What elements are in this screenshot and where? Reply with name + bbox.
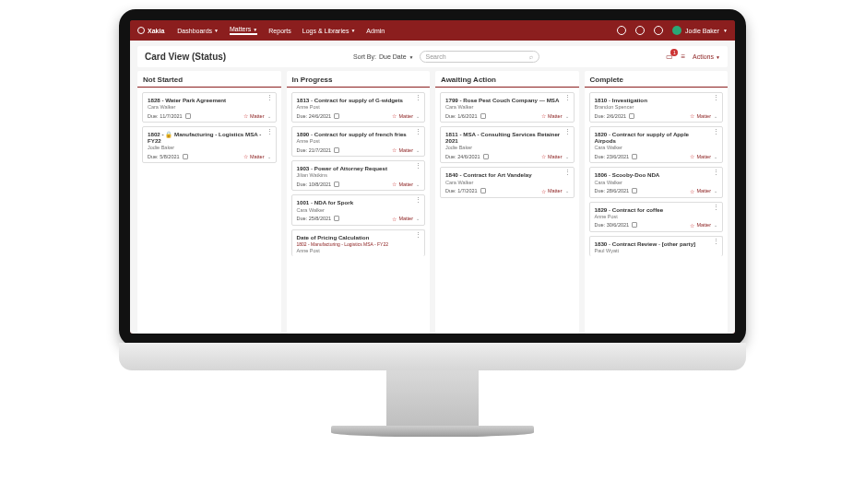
matter-card[interactable]: ⋮1799 - Rose Pest Couch Company — MSACar… (440, 92, 575, 123)
card-view-icon[interactable]: ▭ 1 (666, 53, 673, 61)
nav-item-label: Logs & Libraries (302, 28, 350, 34)
card-type-tag: ☆Matter (243, 153, 265, 159)
card-due-text: Due: 24/6/2021 (297, 113, 332, 119)
chevron-down-icon[interactable]: ⌄ (565, 188, 569, 193)
card-due-text: Due: 5/8/2021 (148, 154, 180, 159)
star-icon: ☆ (243, 153, 248, 159)
matter-card[interactable]: ⋮1829 - Contract for coffeeAnne PostDue:… (589, 202, 724, 232)
chevron-down-icon[interactable]: ⌄ (565, 154, 569, 159)
card-tag-label: Matter (696, 154, 711, 159)
card-due-text: Due: 11/7/2021 (148, 113, 183, 119)
chevron-down-icon[interactable]: ⌄ (416, 113, 420, 119)
card-assignee: Anne Post (595, 214, 718, 219)
card-menu-icon[interactable]: ⋮ (415, 233, 421, 238)
sort-control[interactable]: Sort By: Due Date ▼ (353, 53, 413, 60)
chevron-down-icon[interactable]: ⌄ (565, 113, 569, 119)
column-complete: Complete⋮1810 - InvestigationBrandon Spe… (585, 71, 729, 334)
calendar-icon (480, 188, 486, 193)
card-type-tag: ☆Matter (690, 188, 711, 194)
card-menu-icon[interactable]: ⋮ (564, 170, 571, 175)
calendar-icon (334, 113, 339, 119)
nav-item-matters[interactable]: Matters▼ (230, 26, 257, 35)
notifications-icon[interactable] (635, 26, 645, 35)
calendar-icon (629, 113, 634, 119)
nav-item-dashboards[interactable]: Dashboards▼ (177, 26, 219, 35)
card-type-tag: ☆Matter (690, 222, 711, 229)
card-menu-icon[interactable]: ⋮ (415, 130, 421, 135)
brand-circle-icon (137, 27, 145, 34)
card-due: Due: 24/6/2021 (445, 154, 489, 159)
matter-card[interactable]: ⋮1802 - 🔒 Manufacturing - Logistics MSA … (142, 126, 277, 163)
chevron-down-icon[interactable]: ⌄ (714, 154, 717, 159)
matter-card[interactable]: ⋮1890 - Contract for supply of french fr… (291, 126, 426, 157)
card-due: Due: 21/7/2021 (297, 147, 340, 153)
card-tag-label: Matter (250, 154, 265, 159)
chevron-down-icon[interactable]: ⌄ (714, 188, 717, 193)
matter-card[interactable]: ⋮1820 - Contract for supply of Apple Air… (589, 126, 724, 163)
card-assignee: Anne Post (297, 104, 421, 110)
card-menu-icon[interactable]: ⋮ (713, 205, 719, 210)
chevron-down-icon: ▼ (723, 28, 728, 33)
chevron-down-icon[interactable]: ⌄ (267, 154, 271, 159)
matter-card[interactable]: ⋮1810 - InvestigationBrandon SpencerDue:… (589, 92, 724, 123)
chevron-down-icon[interactable]: ⌄ (416, 216, 420, 221)
actions-menu[interactable]: Actions ▼ (693, 53, 720, 60)
user-menu[interactable]: Jodie Baker ▼ (672, 26, 728, 35)
card-title: 1799 - Rose Pest Couch Company — MSA (445, 97, 569, 103)
matter-card[interactable]: ⋮1903 - Power of Attorney RequestJilian … (291, 160, 426, 191)
chevron-down-icon[interactable]: ⌄ (416, 182, 420, 187)
search-input[interactable]: Search ⌕ (420, 51, 539, 63)
matter-card[interactable]: ⋮1001 - NDA for SporkCara WalkerDue: 25/… (291, 194, 426, 225)
calendar-icon (483, 154, 489, 159)
card-tag-label: Matter (548, 154, 563, 159)
card-menu-icon[interactable]: ⋮ (713, 130, 719, 135)
card-menu-icon[interactable]: ⋮ (564, 130, 571, 135)
matter-card[interactable]: ⋮1828 - Water Park AgreementCara WalkerD… (142, 92, 277, 123)
card-title: 1810 - Investigation (595, 97, 718, 103)
nav-item-logs-libraries[interactable]: Logs & Libraries▼ (302, 26, 356, 35)
matter-card[interactable]: ⋮Date of Pricing Calculation1802 - Manuf… (291, 229, 426, 256)
matter-card[interactable]: ⋮1830 - Contract Review - [other party]P… (589, 236, 724, 256)
card-footer: Due: 10/8/2021☆Matter⌄ (297, 181, 421, 187)
chevron-down-icon[interactable]: ⌄ (714, 222, 717, 228)
add-circle-icon[interactable] (617, 26, 626, 35)
nav-item-reports[interactable]: Reports (268, 26, 291, 35)
chevron-down-icon: ▼ (350, 28, 355, 33)
card-menu-icon[interactable]: ⋮ (267, 130, 273, 135)
help-icon[interactable] (654, 26, 663, 35)
star-icon: ☆ (392, 147, 397, 153)
card-due-text: Due: 23/6/2021 (595, 154, 630, 159)
card-menu-icon[interactable]: ⋮ (564, 96, 571, 100)
sort-label: Sort By: (353, 53, 376, 60)
card-title: 1829 - Contract for coffee (595, 206, 718, 213)
card-menu-icon[interactable]: ⋮ (713, 170, 719, 175)
card-assignee: Jodie Baker (445, 145, 569, 150)
card-menu-icon[interactable]: ⋮ (415, 164, 421, 169)
card-menu-icon[interactable]: ⋮ (713, 96, 719, 100)
chevron-down-icon: ▼ (253, 27, 257, 32)
card-menu-icon[interactable]: ⋮ (415, 198, 421, 203)
card-menu-icon[interactable]: ⋮ (415, 96, 421, 100)
card-assignee: Cara Walker (297, 207, 421, 213)
card-menu-icon[interactable]: ⋮ (267, 96, 273, 100)
matter-card[interactable]: ⋮1811 - MSA - Consulting Services Retain… (440, 126, 575, 163)
card-title: 1813 - Contract for supply of G-widgets (297, 97, 421, 103)
matter-card[interactable]: ⋮1840 - Contract for Art VandelayCara Wa… (440, 167, 575, 197)
card-title: 1828 - Water Park Agreement (148, 97, 271, 103)
card-type-tag: ☆Matter (392, 147, 413, 153)
card-menu-icon[interactable]: ⋮ (713, 240, 719, 244)
matter-card[interactable]: ⋮1813 - Contract for supply of G-widgets… (291, 92, 426, 123)
column-awaiting-action: Awaiting Action⋮1799 - Rose Pest Couch C… (435, 71, 579, 334)
nav-item-admin[interactable]: Admin (366, 26, 385, 35)
card-due-text: Due: 1/6/2021 (445, 113, 478, 119)
calendar-icon (334, 216, 339, 221)
chevron-down-icon[interactable]: ⌄ (267, 113, 271, 119)
matter-card[interactable]: ⋮1806 - Scooby-Doo NDACara WalkerDue: 28… (589, 167, 724, 197)
card-footer: Due: 30/6/2021☆Matter⌄ (595, 222, 718, 229)
card-due: Due: 24/6/2021 (297, 113, 340, 119)
brand-logo-area[interactable]: Xakia (137, 27, 164, 34)
chevron-down-icon[interactable]: ⌄ (714, 113, 717, 119)
calendar-icon (185, 113, 191, 119)
list-view-icon[interactable]: ≡ (681, 53, 685, 61)
chevron-down-icon[interactable]: ⌄ (416, 147, 420, 153)
